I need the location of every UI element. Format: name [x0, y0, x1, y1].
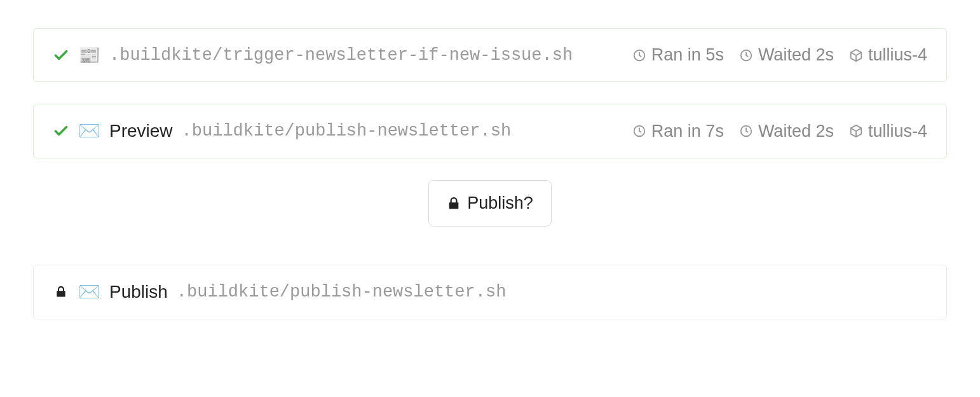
- cube-icon: [849, 124, 863, 138]
- clock-icon: [739, 124, 753, 138]
- step-command: .buildkite/publish-newsletter.sh: [177, 282, 506, 302]
- duration-ran: Ran in 5s: [632, 45, 724, 65]
- clock-icon: [632, 48, 646, 62]
- step-meta: Ran in 5s Waited 2s tullius-4: [632, 45, 927, 65]
- clock-icon: [632, 124, 646, 138]
- duration-ran: Ran in 7s: [632, 122, 724, 141]
- agent-name-text: tullius-4: [868, 45, 927, 65]
- agent-name-text: tullius-4: [868, 122, 927, 141]
- step-left-content: 📰 .buildkite/trigger-newsletter-if-new-i…: [53, 46, 632, 65]
- pipeline-step-locked[interactable]: ✉️ Publish .buildkite/publish-newsletter…: [33, 265, 947, 319]
- duration-ran-text: Ran in 7s: [651, 122, 724, 141]
- step-command: .buildkite/publish-newsletter.sh: [182, 122, 511, 141]
- duration-waited: Waited 2s: [739, 122, 834, 141]
- agent-name: tullius-4: [849, 45, 927, 65]
- block-step-container: Publish?: [33, 180, 947, 226]
- duration-waited-text: Waited 2s: [758, 122, 834, 141]
- step-left-content: ✉️ Publish .buildkite/publish-newsletter…: [53, 282, 927, 302]
- step-label: Publish: [109, 282, 168, 302]
- duration-ran-text: Ran in 5s: [651, 45, 724, 65]
- clock-icon: [739, 48, 753, 62]
- check-icon: [53, 123, 69, 139]
- newspaper-icon: 📰: [78, 46, 100, 64]
- step-left-content: ✉️ Preview .buildkite/publish-newsletter…: [53, 121, 632, 141]
- duration-waited-text: Waited 2s: [758, 45, 834, 65]
- agent-name: tullius-4: [849, 122, 927, 141]
- lock-icon: [53, 284, 69, 300]
- cube-icon: [849, 48, 863, 62]
- step-command: .buildkite/trigger-newsletter-if-new-iss…: [109, 46, 573, 65]
- pipeline-step[interactable]: ✉️ Preview .buildkite/publish-newsletter…: [33, 104, 947, 158]
- unblock-button[interactable]: Publish?: [428, 180, 552, 226]
- check-icon: [53, 47, 69, 64]
- step-meta: Ran in 7s Waited 2s tullius-4: [632, 122, 927, 141]
- unblock-button-label: Publish?: [467, 193, 533, 213]
- step-label: Preview: [109, 121, 173, 141]
- pipeline-step[interactable]: 📰 .buildkite/trigger-newsletter-if-new-i…: [33, 28, 947, 82]
- envelope-icon: ✉️: [78, 283, 100, 301]
- lock-icon: [447, 196, 461, 211]
- envelope-icon: ✉️: [78, 122, 100, 140]
- duration-waited: Waited 2s: [739, 45, 834, 65]
